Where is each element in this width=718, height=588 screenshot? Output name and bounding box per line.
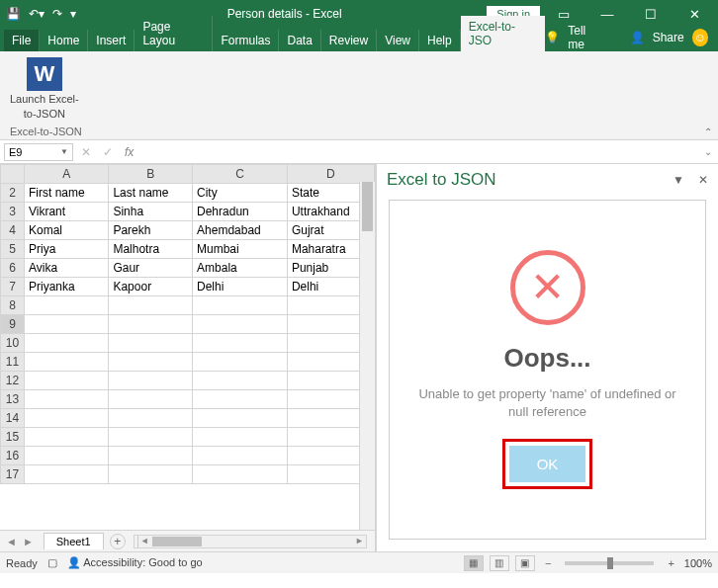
col-header-C[interactable]: C (193, 165, 288, 184)
row-header[interactable]: 15 (1, 428, 25, 447)
row-header[interactable]: 3 (1, 203, 25, 221)
cell[interactable] (109, 409, 193, 428)
cell[interactable] (25, 409, 109, 428)
row-header[interactable]: 17 (1, 465, 25, 484)
cell[interactable] (109, 465, 193, 484)
cell[interactable]: Mumbai (193, 240, 288, 259)
vertical-scrollbar[interactable] (359, 182, 375, 530)
cell[interactable] (25, 334, 109, 353)
cell[interactable]: Priya (25, 240, 109, 259)
col-header-B[interactable]: B (109, 165, 193, 184)
row-header[interactable]: 8 (1, 296, 25, 315)
cell[interactable] (109, 428, 193, 447)
cell[interactable] (193, 409, 288, 428)
cancel-formula-icon[interactable]: ✕ (81, 145, 91, 159)
ribbon-tab-review[interactable]: Review (321, 30, 377, 51)
cell[interactable] (109, 296, 193, 315)
cell[interactable] (193, 390, 288, 409)
cell[interactable]: Komal (25, 221, 109, 240)
cell[interactable] (25, 465, 109, 484)
cell[interactable] (109, 334, 193, 353)
row-header[interactable]: 16 (1, 447, 25, 465)
view-normal-button[interactable]: ▦ (464, 555, 484, 571)
row-header[interactable]: 2 (1, 184, 25, 203)
row-header[interactable]: 9 (1, 315, 25, 334)
cell[interactable] (25, 353, 109, 372)
row-header[interactable]: 4 (1, 221, 25, 240)
formula-input[interactable] (137, 143, 698, 161)
ribbon-tab-excel-to-jso[interactable]: Excel-to-JSO (461, 16, 546, 51)
cell[interactable]: First name (25, 184, 109, 203)
row-header[interactable]: 6 (1, 259, 25, 278)
cell[interactable]: Last name (109, 184, 193, 203)
formula-expand-icon[interactable]: ⌄ (698, 146, 718, 157)
cell[interactable] (25, 372, 109, 390)
accessibility-status[interactable]: 👤 Accessibility: Good to go (67, 556, 203, 569)
feedback-smiley-icon[interactable]: ☺ (692, 29, 708, 46)
cell[interactable] (25, 390, 109, 409)
cell[interactable] (193, 372, 288, 390)
save-icon[interactable]: 💾 (6, 7, 21, 21)
zoom-level[interactable]: 100% (684, 557, 712, 569)
view-page-layout-button[interactable]: ▥ (490, 555, 509, 571)
cell[interactable] (25, 428, 109, 447)
cell[interactable]: Delhi (193, 278, 288, 296)
row-header[interactable]: 5 (1, 240, 25, 259)
new-sheet-button[interactable]: + (110, 534, 126, 549)
row-header[interactable]: 11 (1, 353, 25, 372)
cell[interactable]: Kapoor (109, 278, 193, 296)
row-header[interactable]: 7 (1, 278, 25, 296)
ribbon-tab-page-layou[interactable]: Page Layou (135, 16, 213, 51)
fx-icon[interactable]: fx (125, 145, 134, 159)
sheet-tab-sheet1[interactable]: Sheet1 (44, 533, 104, 549)
select-all-corner[interactable] (1, 165, 25, 184)
share-icon[interactable]: 👤 (630, 31, 645, 44)
cell[interactable] (193, 465, 288, 484)
ok-button[interactable]: OK (509, 446, 586, 482)
cell[interactable]: Priyanka (25, 278, 109, 296)
ribbon-tab-home[interactable]: Home (40, 30, 88, 51)
cell[interactable] (193, 353, 288, 372)
cell[interactable] (109, 353, 193, 372)
cell[interactable]: Gaur (109, 259, 193, 278)
horizontal-scrollbar[interactable]: ◄► (134, 535, 367, 548)
qat-customize-icon[interactable]: ▾ (70, 7, 76, 21)
ribbon-tab-data[interactable]: Data (279, 30, 320, 51)
zoom-slider[interactable] (565, 561, 654, 565)
sheet-nav-prev-icon[interactable]: ◄ (4, 536, 19, 547)
cell[interactable] (193, 315, 288, 334)
cell[interactable] (25, 447, 109, 465)
cell[interactable]: Dehradun (193, 203, 288, 221)
cell[interactable]: Malhotra (109, 240, 193, 259)
zoom-out-button[interactable]: − (541, 557, 555, 569)
cell[interactable]: Avika (25, 259, 109, 278)
cell[interactable]: Ahemdabad (193, 221, 288, 240)
taskpane-menu-icon[interactable]: ▼ (673, 173, 684, 187)
view-page-break-button[interactable]: ▣ (515, 555, 535, 571)
taskpane-close-icon[interactable]: ✕ (698, 173, 708, 187)
cell[interactable]: Sinha (109, 203, 193, 221)
cell[interactable]: Parekh (109, 221, 193, 240)
cell[interactable] (193, 447, 288, 465)
cell[interactable] (109, 372, 193, 390)
row-header[interactable]: 10 (1, 334, 25, 353)
sheet-nav-next-icon[interactable]: ► (21, 536, 36, 547)
share-text[interactable]: Share (653, 31, 684, 44)
ribbon-tab-file[interactable]: File (4, 30, 40, 51)
ribbon-tab-formulas[interactable]: Formulas (213, 30, 279, 51)
name-box[interactable]: E9 ▼ (4, 143, 73, 161)
zoom-in-button[interactable]: + (664, 557, 677, 569)
cell[interactable]: City (193, 184, 288, 203)
undo-icon[interactable]: ↶▾ (29, 7, 45, 21)
tell-me-icon[interactable]: 💡 (545, 31, 560, 44)
col-header-D[interactable]: D (287, 165, 374, 184)
row-header[interactable]: 12 (1, 372, 25, 390)
cell[interactable] (25, 315, 109, 334)
cell[interactable] (109, 390, 193, 409)
tell-me-text[interactable]: Tell me (568, 24, 601, 51)
collapse-ribbon-icon[interactable]: ⌃ (704, 126, 712, 137)
ribbon-tab-insert[interactable]: Insert (88, 30, 135, 51)
cell[interactable] (193, 296, 288, 315)
cell[interactable]: Ambala (193, 259, 288, 278)
enter-formula-icon[interactable]: ✓ (103, 145, 113, 159)
